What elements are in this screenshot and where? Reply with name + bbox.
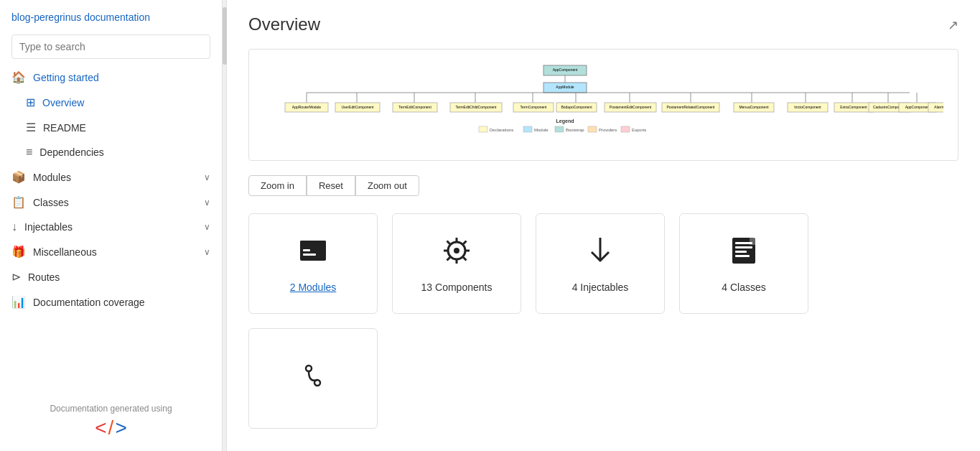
svg-text:TermEditChildComponent: TermEditChildComponent	[456, 105, 498, 109]
sidebar-item-routes[interactable]: ⊳ Routes	[0, 264, 222, 289]
zoom-in-button[interactable]: Zoom in	[248, 175, 307, 196]
sidebar-item-injectables[interactable]: ↓ Injectables ∨	[0, 215, 222, 239]
svg-point-66	[454, 248, 459, 254]
classes-card[interactable]: 4 Classes	[679, 213, 808, 314]
sidebar-item-doc-coverage[interactable]: 📊 Documentation coverage	[0, 289, 222, 315]
svg-rect-63	[303, 249, 310, 251]
expand-icon[interactable]: ↗	[948, 17, 958, 33]
readme-icon: ☰	[26, 121, 36, 134]
classes-card-icon	[728, 235, 760, 273]
injectables-card[interactable]: 4 Injectables	[536, 213, 665, 314]
home-icon: 🏠	[11, 70, 26, 84]
svg-rect-57	[588, 126, 597, 132]
scrollbar-thumb[interactable]	[223, 7, 227, 65]
svg-rect-79	[735, 251, 747, 253]
svg-rect-59	[621, 126, 630, 132]
svg-text:AppComponent: AppComponent	[553, 68, 578, 72]
svg-line-74	[447, 257, 450, 260]
main-content: Overview ↗ AppComponent AppModule	[227, 0, 980, 451]
sidebar-item-getting-started[interactable]: 🏠 Getting started	[0, 65, 222, 90]
svg-text:AppComponent: AppComponent	[905, 105, 930, 109]
sidebar-item-classes[interactable]: 📋 Classes ∨	[0, 190, 222, 215]
grid-icon: ⊞	[26, 96, 35, 109]
svg-text:BodapoComponent: BodapoComponent	[561, 105, 592, 109]
sidebar-item-dependencies[interactable]: ≡ Dependencies	[0, 140, 222, 164]
diagram-container: AppComponent AppModule AppRouterModule	[248, 49, 958, 161]
components-card-label: 13 Components	[421, 282, 493, 293]
classes-icon: 📋	[11, 195, 26, 209]
svg-text:AlarmsComponent: AlarmsComponent	[934, 105, 943, 109]
sidebar-item-modules[interactable]: 📦 Modules ∨	[0, 164, 222, 190]
svg-text:InicioComponent: InicioComponent	[794, 105, 821, 109]
cards-grid: 2 Modules 13 Components	[248, 213, 958, 314]
logo-gt: >	[115, 417, 126, 440]
modules-card-icon	[297, 235, 329, 273]
svg-text:MenuaComponent: MenuaComponent	[739, 105, 769, 109]
svg-text:PostamentEditComponent: PostamentEditComponent	[610, 105, 652, 109]
zoom-controls: Zoom in Reset Zoom out	[248, 175, 958, 196]
modules-card[interactable]: 2 Modules	[248, 213, 378, 314]
components-card-icon	[441, 235, 472, 273]
svg-text:Providers: Providers	[599, 128, 617, 132]
svg-rect-51	[479, 126, 487, 132]
chevron-down-icon-injectables: ∨	[204, 222, 210, 232]
svg-text:Bootstrap: Bootstrap	[566, 128, 584, 132]
diagram-svg: AppComponent AppModule AppRouterModule	[263, 64, 943, 146]
sidebar-title[interactable]: blog-peregrinus documentation	[0, 0, 222, 29]
routes-card[interactable]	[248, 328, 378, 429]
svg-text:Exports: Exports	[632, 128, 646, 132]
sidebar-item-readme[interactable]: ☰ README	[0, 115, 222, 140]
svg-rect-81	[750, 238, 755, 245]
svg-line-72	[463, 257, 466, 260]
doc-coverage-icon: 📊	[11, 295, 26, 309]
search-input[interactable]	[11, 34, 210, 59]
svg-text:Legend: Legend	[556, 118, 574, 124]
svg-rect-80	[735, 255, 750, 257]
sidebar-footer: Documentation generated using < / >	[0, 392, 222, 451]
modules-card-label: 2 Modules	[290, 282, 337, 293]
dependencies-icon: ≡	[26, 146, 32, 159]
svg-rect-55	[555, 126, 564, 132]
chevron-down-icon: ∨	[204, 172, 210, 182]
chevron-down-icon-classes: ∨	[204, 197, 210, 208]
svg-rect-53	[523, 126, 532, 132]
sidebar-item-miscellaneous[interactable]: 🎁 Miscellaneous ∨	[0, 239, 222, 264]
sidebar: blog-peregrinus documentation 🏠 Getting …	[0, 0, 223, 451]
components-card[interactable]: 13 Components	[392, 213, 521, 314]
injectables-card-icon	[584, 235, 616, 273]
svg-text:TermEditComponent: TermEditComponent	[398, 105, 431, 109]
svg-text:PostamentRelatedComponent: PostamentRelatedComponent	[667, 105, 716, 109]
nav-section: 🏠 Getting started ⊞ Overview ☰ README ≡ …	[0, 65, 222, 315]
sidebar-item-overview[interactable]: ⊞ Overview	[0, 90, 222, 115]
svg-text:TermComponent: TermComponent	[521, 105, 548, 109]
svg-line-73	[463, 241, 466, 243]
svg-point-82	[306, 366, 312, 371]
svg-text:Module: Module	[534, 128, 549, 132]
routes-card-icon	[297, 360, 329, 398]
svg-rect-64	[303, 254, 316, 256]
chevron-down-icon-misc: ∨	[204, 247, 210, 257]
svg-rect-78	[735, 246, 752, 248]
routes-row	[248, 328, 958, 429]
zoom-out-button[interactable]: Zoom out	[355, 175, 419, 196]
page-title: Overview	[248, 14, 320, 34]
routes-icon: ⊳	[11, 270, 21, 284]
sidebar-logo: < / >	[11, 417, 210, 440]
module-diagram: AppComponent AppModule AppRouterModule	[263, 64, 943, 143]
classes-card-label: 4 Classes	[722, 282, 765, 293]
svg-text:AppModule: AppModule	[556, 85, 574, 89]
svg-text:UserEditComponent: UserEditComponent	[341, 105, 374, 109]
misc-icon: 🎁	[11, 245, 26, 259]
logo-slash: /	[108, 417, 114, 440]
logo-lt: <	[95, 417, 106, 440]
svg-text:ExtraComponent: ExtraComponent	[840, 105, 867, 109]
modules-icon: 📦	[11, 170, 26, 184]
injectables-icon: ↓	[11, 220, 17, 233]
reset-button[interactable]: Reset	[307, 175, 355, 196]
svg-line-71	[447, 241, 450, 243]
scrollbar-track[interactable]	[223, 0, 227, 451]
svg-text:AppRouterModule: AppRouterModule	[292, 105, 322, 109]
svg-rect-62	[300, 241, 326, 248]
svg-text:Declarations: Declarations	[490, 128, 513, 132]
injectables-card-label: 4 Injectables	[572, 282, 629, 293]
